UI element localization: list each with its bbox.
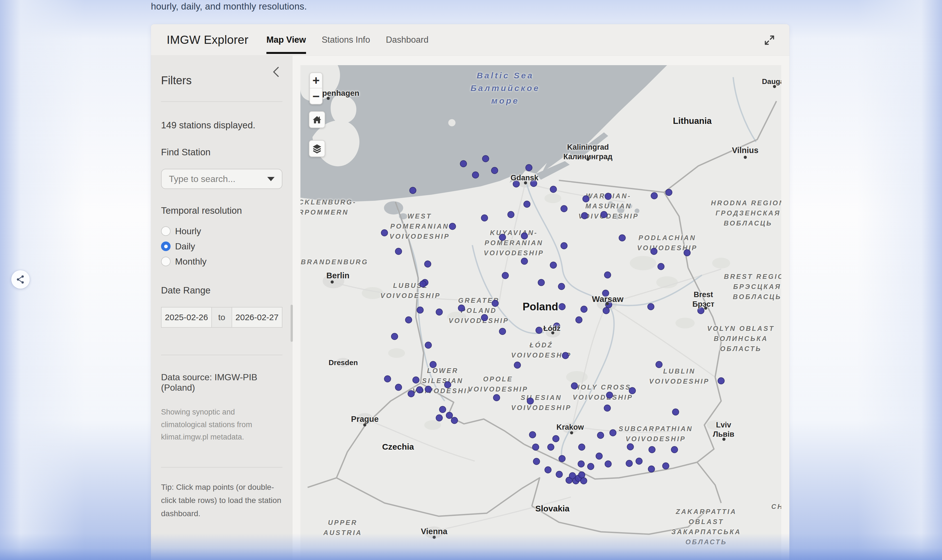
station-dot[interactable] (439, 406, 446, 413)
station-dot[interactable] (665, 189, 672, 196)
station-dot[interactable] (412, 376, 419, 383)
station-dot[interactable] (587, 463, 594, 470)
station-dot[interactable] (417, 307, 424, 314)
station-dot[interactable] (604, 405, 611, 412)
station-dot[interactable] (578, 444, 585, 451)
station-dot[interactable] (578, 461, 585, 468)
radio-option-daily[interactable]: Daily (161, 239, 282, 254)
share-nodes-icon[interactable] (11, 270, 30, 289)
station-dot[interactable] (535, 327, 543, 334)
date-to-field[interactable]: 2026-02-27 (231, 307, 282, 328)
station-dot[interactable] (626, 460, 633, 467)
station-dot[interactable] (597, 432, 604, 438)
station-dot[interactable] (575, 317, 582, 323)
station-dot[interactable] (425, 386, 432, 393)
zoom-out-button[interactable]: − (310, 88, 322, 104)
station-dot[interactable] (458, 305, 465, 312)
station-dot[interactable] (571, 382, 578, 389)
station-dot[interactable] (662, 463, 669, 469)
tab-stations-info[interactable]: Stations Info (322, 24, 370, 55)
station-dot[interactable] (605, 461, 612, 468)
station-search-input[interactable]: Type to search... (161, 169, 282, 189)
station-dot[interactable] (629, 387, 636, 394)
station-dot[interactable] (583, 195, 590, 202)
station-dot[interactable] (683, 249, 691, 256)
station-dot[interactable] (545, 466, 552, 474)
station-dot[interactable] (581, 212, 588, 219)
station-dot[interactable] (552, 435, 559, 442)
station-dot[interactable] (409, 187, 416, 194)
station-dot[interactable] (618, 234, 626, 241)
station-dot[interactable] (562, 352, 569, 359)
station-dot[interactable] (425, 342, 432, 349)
station-dot[interactable] (436, 414, 443, 422)
station-dot[interactable] (656, 361, 663, 368)
station-dot[interactable] (651, 192, 658, 199)
station-dot[interactable] (609, 429, 617, 437)
station-dot[interactable] (533, 458, 540, 465)
station-dot[interactable] (558, 455, 566, 462)
map-pane[interactable]: CKLENBURG-RPOMMERNWESTPOMERANIANVOIVODES… (301, 65, 781, 560)
station-dot[interactable] (521, 232, 528, 239)
station-dot[interactable] (556, 471, 563, 478)
station-dot[interactable] (650, 248, 657, 255)
station-dot[interactable] (525, 164, 532, 171)
station-dot[interactable] (671, 446, 678, 453)
sidebar-scrollbar[interactable] (291, 305, 293, 342)
station-dot[interactable] (606, 392, 613, 399)
station-dot[interactable] (499, 234, 506, 241)
station-dot[interactable] (527, 398, 533, 405)
station-dot[interactable] (595, 452, 603, 460)
station-dot[interactable] (444, 382, 451, 388)
fullscreen-icon[interactable] (762, 33, 777, 47)
station-dot[interactable] (514, 362, 521, 368)
station-dot[interactable] (523, 201, 530, 208)
tab-dashboard[interactable]: Dashboard (386, 24, 429, 55)
date-from-field[interactable]: 2025-02-26 (161, 307, 212, 328)
station-dot[interactable] (482, 155, 489, 162)
station-dot[interactable] (492, 300, 498, 307)
station-dot[interactable] (550, 186, 557, 193)
station-dot[interactable] (460, 160, 467, 167)
station-dot[interactable] (424, 261, 432, 268)
station-dot[interactable] (481, 314, 488, 321)
station-dot[interactable] (395, 248, 402, 255)
station-dot[interactable] (436, 309, 443, 316)
station-dot[interactable] (604, 272, 611, 278)
radio-option-monthly[interactable]: Monthly (161, 254, 282, 269)
station-dot[interactable] (502, 272, 509, 279)
station-dot[interactable] (627, 443, 634, 450)
layers-icon[interactable] (309, 140, 325, 157)
chevron-left-icon[interactable] (270, 65, 282, 78)
station-dot[interactable] (718, 377, 725, 385)
station-dot[interactable] (384, 375, 391, 383)
home-icon[interactable] (309, 111, 325, 128)
station-dot[interactable] (658, 263, 664, 270)
station-dot[interactable] (451, 417, 458, 424)
station-dot[interactable] (547, 444, 555, 451)
station-dot[interactable] (416, 386, 423, 393)
station-dot[interactable] (603, 307, 610, 314)
station-dot[interactable] (419, 280, 427, 287)
station-dot[interactable] (507, 211, 515, 218)
zoom-in-button[interactable]: + (310, 73, 322, 88)
station-dot[interactable] (648, 465, 655, 472)
station-dot[interactable] (391, 333, 398, 340)
tab-map-view[interactable]: Map View (267, 24, 306, 55)
station-dot[interactable] (672, 409, 679, 415)
station-dot[interactable] (405, 317, 412, 323)
station-dot[interactable] (648, 303, 655, 310)
station-dot[interactable] (605, 193, 612, 200)
station-dot[interactable] (407, 390, 415, 397)
station-dot[interactable] (472, 172, 479, 178)
station-dot[interactable] (430, 361, 437, 368)
station-dot[interactable] (381, 229, 388, 237)
station-dot[interactable] (538, 279, 545, 286)
station-dot[interactable] (491, 167, 498, 174)
station-dot[interactable] (550, 262, 557, 268)
station-dot[interactable] (560, 242, 567, 249)
station-dot[interactable] (395, 384, 402, 391)
station-dot[interactable] (558, 283, 565, 290)
station-dot[interactable] (581, 306, 587, 312)
radio-option-hourly[interactable]: Hourly (161, 224, 282, 238)
